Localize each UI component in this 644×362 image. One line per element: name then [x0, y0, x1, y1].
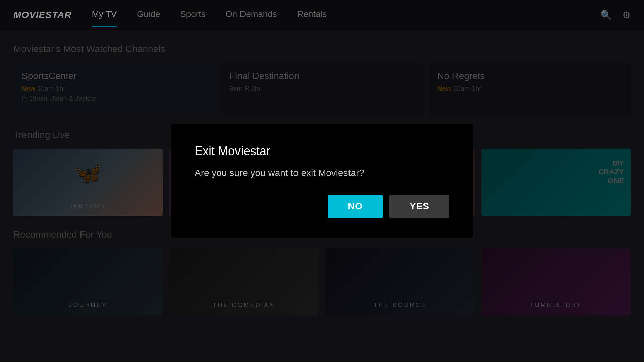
modal-overlay: Exit Moviestar Are you sure you want to …: [0, 0, 644, 362]
yes-button[interactable]: YES: [389, 195, 449, 218]
exit-modal: Exit Moviestar Are you sure you want to …: [171, 124, 473, 238]
modal-title: Exit Moviestar: [195, 144, 449, 158]
modal-message: Are you sure you want to exit Moviestar?: [195, 168, 449, 178]
no-button[interactable]: NO: [328, 195, 383, 218]
modal-buttons: NO YES: [195, 195, 449, 218]
